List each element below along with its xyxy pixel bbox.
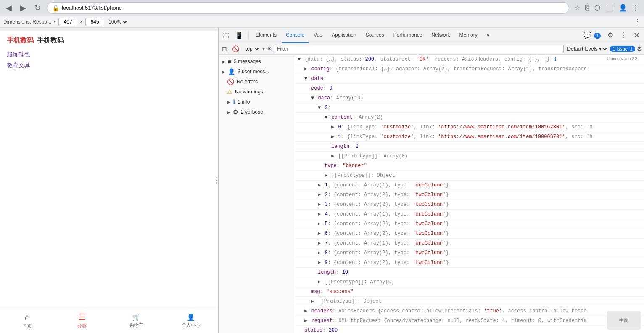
expand-arrow[interactable]: ▶	[331, 153, 334, 159]
handle-dot	[216, 182, 217, 184]
expand-arrow[interactable]: ▶	[331, 124, 334, 130]
reload-button[interactable]: ↻	[32, 2, 43, 14]
tab-elements[interactable]: Elements	[251, 28, 281, 43]
tab-application[interactable]: Application	[327, 28, 361, 43]
expand-arrow[interactable]: ▶	[318, 240, 321, 246]
nav-item-cart[interactable]: 🛒 购物车	[109, 313, 164, 328]
group-all-messages[interactable]: ▶ ≡ 3 messages	[219, 56, 294, 67]
issues-badge: 1	[594, 33, 601, 39]
expand-arrow[interactable]: ▼	[325, 115, 327, 120]
context-select[interactable]: top	[243, 45, 261, 53]
nav-item-profile[interactable]: 👤 个人中心	[164, 313, 218, 328]
console-line: type: "banner"	[294, 161, 644, 171]
star-button[interactable]: ☆	[573, 2, 582, 13]
expand-arrow[interactable]: ▶	[325, 173, 327, 178]
resize-handle[interactable]	[215, 172, 218, 189]
console-line: msg: "success"	[294, 287, 644, 297]
expand-arrow[interactable]: ▶	[318, 182, 321, 188]
list-item[interactable]: 服饰鞋包	[7, 50, 211, 59]
expand-arrow[interactable]: ▶	[318, 211, 321, 217]
devtools-close-button[interactable]: ✕	[631, 30, 642, 41]
issue-badge: 1 Issue: 1	[610, 46, 635, 52]
cat-title-red: 手机数码	[7, 36, 34, 45]
tab-network[interactable]: Network	[427, 28, 454, 43]
nav-label-home: 首页	[23, 323, 32, 329]
dim-dropdown-icon[interactable]: ▾	[54, 19, 56, 24]
tab-console[interactable]: Console	[282, 28, 309, 43]
group-no-errors[interactable]: 🚫 No errors	[219, 77, 294, 87]
ext2-button[interactable]: ⬜	[604, 2, 615, 13]
more-tabs-button[interactable]: »	[483, 28, 494, 43]
levels-select[interactable]: Default levels ▾	[565, 45, 608, 52]
list-item[interactable]: 教育文具	[7, 61, 211, 70]
expand-arrow[interactable]: ▶	[318, 279, 321, 285]
group-no-warnings[interactable]: ⚠ No warnings	[219, 87, 294, 97]
console-line: ▼ {data: {…}, status: 200, statusText: '…	[294, 55, 644, 64]
console-line: ▶ 1: {content: Array(1), type: 'oneColum…	[294, 181, 644, 190]
expand-arrow[interactable]: ▶	[331, 134, 334, 140]
console-line: length: 10	[294, 268, 644, 277]
expand-arrow[interactable]: ▼	[311, 95, 314, 101]
expand-arrow[interactable]: ▶	[311, 298, 314, 304]
nav-item-category[interactable]: ☰ 分类	[55, 312, 109, 329]
source-link[interactable]: Home.vue:22	[607, 55, 637, 63]
console-line: ▶ config: {transitional: {…}, adapter: A…	[294, 64, 644, 74]
issues-button[interactable]: 💬 1	[581, 29, 603, 41]
settings-button[interactable]: ⚙	[605, 29, 616, 41]
forward-button[interactable]: ▶	[18, 2, 29, 14]
height-input[interactable]	[85, 18, 104, 26]
expand-arrow[interactable]: ▼	[298, 56, 301, 62]
width-input[interactable]	[58, 18, 77, 26]
avatar-button[interactable]: 👤	[617, 2, 629, 13]
dim-x-separator: ×	[80, 19, 83, 25]
zoom-select[interactable]: 100%	[107, 19, 128, 25]
group-info[interactable]: ▶ ℹ 1 info	[219, 97, 294, 107]
devtools-toolbar: ⬚ 📱 Elements Console Vue Application Sou…	[219, 28, 644, 43]
console-right-panel[interactable]: Home.vue:22 ▼ {data: {…}, status: 200, s…	[294, 55, 644, 333]
tab-memory[interactable]: Memory	[455, 28, 481, 43]
cast-button[interactable]: ⎘	[583, 2, 591, 13]
back-button[interactable]: ◀	[3, 2, 14, 14]
expand-arrow[interactable]: ▶	[304, 308, 307, 314]
nav-item-home[interactable]: ⌂ 首页	[0, 312, 55, 329]
group-verbose[interactable]: ▶ ⚙ 2 verbose	[219, 107, 294, 117]
expand-arrow[interactable]: ▶	[304, 318, 307, 324]
expand-arrow[interactable]: ▶	[318, 260, 321, 266]
console-line: ▶ 4: {content: Array(1), type: 'oneColum…	[294, 210, 644, 219]
filter-input[interactable]	[274, 45, 564, 53]
console-settings-button[interactable]: ⚙	[637, 45, 642, 52]
expand-arrow[interactable]: ▶	[318, 192, 321, 198]
device-toggle-button[interactable]: 📱	[232, 29, 246, 41]
context-dropdown-icon[interactable]: ▾	[262, 46, 265, 52]
expand-arrow[interactable]: ▶	[318, 231, 321, 237]
toolbar-more-button[interactable]: ⋮	[634, 18, 641, 26]
devtools-panel: ⬚ 📱 Elements Console Vue Application Sou…	[219, 28, 644, 333]
all-messages-label: 3 messages	[234, 59, 290, 64]
expand-arrow[interactable]: ▶	[318, 221, 321, 227]
inspect-element-button[interactable]: ⬚	[220, 29, 232, 41]
devtools-more-button[interactable]: ⋮	[618, 29, 629, 41]
console-line: ▶ [[Prototype]]: Object	[294, 297, 644, 306]
expand-arrow[interactable]: ▶	[318, 202, 321, 208]
console-line: ▼ data: Array(10)	[294, 93, 644, 103]
expand-arrow[interactable]: ▼	[304, 76, 307, 82]
tab-performance[interactable]: Performance	[389, 28, 427, 43]
profile-icon: 👤	[187, 313, 195, 321]
console-line: ▶ 6: {content: Array(2), type: 'twoColum…	[294, 229, 644, 239]
ext1-button[interactable]: ⬡	[593, 2, 602, 13]
tab-vue[interactable]: Vue	[309, 28, 327, 43]
group-user-messages[interactable]: ▶ 👤 3 user mess...	[219, 67, 294, 77]
console-dock-button[interactable]: ⊟	[220, 45, 229, 53]
expand-arrow[interactable]: ▼	[318, 105, 321, 111]
user-messages-label: 3 user mess...	[238, 69, 290, 75]
info-badge: ℹ	[554, 57, 556, 62]
console-split: ▶ ≡ 3 messages ▶ 👤 3 user mess... 🚫 No e…	[219, 55, 644, 333]
console-message-groups: ▶ ≡ 3 messages ▶ 👤 3 user mess... 🚫 No e…	[219, 55, 294, 119]
address-bar[interactable]: 🔒 localhost:5173/list/phone	[47, 2, 569, 14]
tab-sources[interactable]: Sources	[362, 28, 388, 43]
browser-more-button[interactable]: ⋮	[631, 2, 641, 13]
expand-arrow[interactable]: ▶	[318, 250, 321, 256]
expand-arrow[interactable]: ▶	[304, 66, 307, 72]
console-block-button[interactable]: 🚫	[230, 45, 241, 53]
eye-button[interactable]: 👁	[267, 45, 272, 52]
